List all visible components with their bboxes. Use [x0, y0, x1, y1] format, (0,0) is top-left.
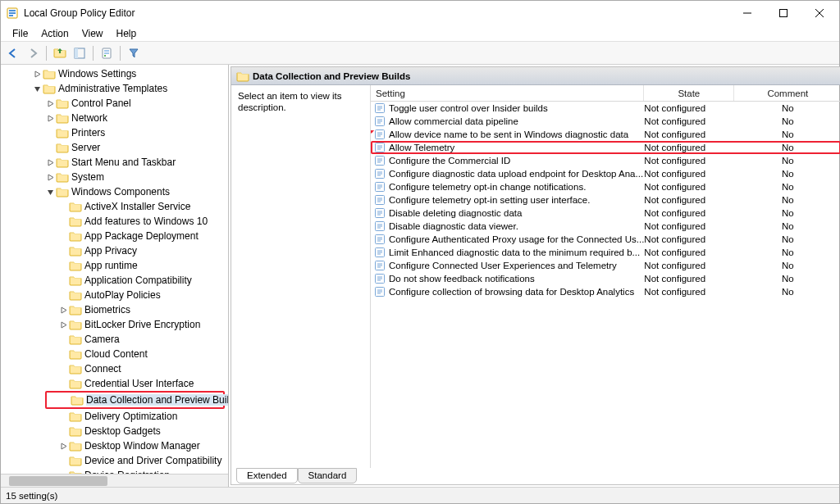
tree-item[interactable]: Camera: [1, 332, 228, 347]
tree-item[interactable]: App Package Deployment: [1, 229, 228, 243]
back-button[interactable]: [4, 44, 22, 62]
expand-icon[interactable]: [32, 69, 43, 79]
folder-icon: [56, 186, 69, 198]
up-level-button[interactable]: [51, 44, 69, 62]
tree-item[interactable]: Network: [1, 111, 228, 125]
setting-state: Not configured: [644, 221, 734, 231]
tree-item-label: System: [71, 171, 104, 183]
setting-name: Allow Telemetry: [389, 143, 644, 152]
settings-row[interactable]: Configure collection of browsing data fo…: [371, 285, 840, 298]
tree-view[interactable]: Windows SettingsAdministrative Templates…: [1, 65, 228, 474]
folder-icon: [69, 275, 82, 286]
tree-item[interactable]: Add features to Windows 10: [1, 214, 228, 229]
menu-file[interactable]: File: [6, 26, 34, 41]
forward-button[interactable]: [24, 44, 42, 62]
filter-button[interactable]: [125, 44, 143, 62]
titlebar: Local Group Policy Editor: [1, 1, 839, 25]
expand-icon[interactable]: [58, 320, 69, 330]
properties-button[interactable]: [98, 44, 116, 62]
folder-icon: [56, 127, 69, 138]
collapse-icon[interactable]: [32, 84, 43, 94]
settings-row[interactable]: Configure telemetry opt-in change notifi…: [371, 180, 840, 193]
settings-row[interactable]: Disable diagnostic data viewer.Not confi…: [371, 220, 840, 233]
tree-item[interactable]: Windows Components: [1, 184, 228, 199]
tree-item[interactable]: Windows Settings: [1, 66, 228, 81]
expand-icon[interactable]: [45, 172, 56, 183]
settings-row[interactable]: Allow TelemetryNot configuredNo: [371, 141, 840, 154]
tree-item[interactable]: Start Menu and Taskbar: [1, 155, 228, 170]
tree-item-label: Delivery Optimization: [84, 411, 177, 422]
tree-item[interactable]: Application Compatibility: [1, 273, 228, 288]
col-state[interactable]: State: [644, 85, 734, 101]
svg-rect-7: [9, 15, 13, 16]
setting-comment: No: [734, 169, 840, 179]
settings-row[interactable]: Disable deleting diagnostic dataNot conf…: [371, 207, 840, 220]
details-pane: Data Collection and Preview Builds Selec…: [229, 65, 840, 487]
settings-row[interactable]: Configure telemetry opt-in setting user …: [371, 193, 840, 207]
settings-row[interactable]: Configure the Commercial IDNot configure…: [371, 154, 840, 167]
settings-row[interactable]: Toggle user control over Insider buildsN…: [371, 102, 840, 115]
setting-comment: No: [734, 234, 840, 244]
tab-extended[interactable]: Extended: [236, 468, 298, 484]
tree-item[interactable]: Administrative Templates: [1, 81, 228, 96]
settings-row[interactable]: Configure Authenticated Proxy usage for …: [371, 233, 840, 246]
tree-item-label: AutoPlay Policies: [84, 289, 161, 301]
tree-item-label: Connect: [84, 363, 121, 375]
settings-row[interactable]: Allow commercial data pipelineNot config…: [371, 115, 840, 128]
group-header: Data Collection and Preview Builds: [231, 67, 840, 85]
folder-icon: [69, 411, 82, 422]
expand-icon[interactable]: [58, 305, 69, 316]
settings-row[interactable]: Configure diagnostic data upload endpoin…: [371, 167, 840, 180]
tree-item[interactable]: BitLocker Drive Encryption: [1, 317, 228, 332]
tree-item[interactable]: Data Collection and Preview Builds: [47, 393, 223, 407]
tree-item[interactable]: Device Registration: [1, 468, 228, 474]
settings-row[interactable]: Configure Connected User Experiences and…: [371, 259, 840, 272]
maximize-button[interactable]: [765, 2, 801, 25]
list-header[interactable]: Setting State Comment: [371, 85, 840, 102]
folder-icon: [43, 83, 56, 94]
tree-item[interactable]: AutoPlay Policies: [1, 288, 228, 302]
tree-item-label: Desktop Window Manager: [84, 440, 200, 452]
tree-item[interactable]: Delivery Optimization: [1, 409, 228, 424]
tree-item[interactable]: Cloud Content: [1, 347, 228, 361]
tree-item[interactable]: Connect: [1, 361, 228, 376]
tree-item[interactable]: Biometrics: [1, 302, 228, 317]
col-comment[interactable]: Comment: [734, 85, 840, 101]
tree-item[interactable]: App Privacy: [1, 243, 228, 258]
tree-item[interactable]: Desktop Gadgets: [1, 424, 228, 438]
tree-item[interactable]: Credential User Interface: [1, 376, 228, 391]
menu-help[interactable]: Help: [110, 26, 144, 41]
menu-action[interactable]: Action: [34, 26, 75, 41]
tree-item[interactable]: Printers: [1, 125, 228, 140]
settings-row[interactable]: Do not show feedback notificationsNot co…: [371, 272, 840, 285]
setting-name: Disable diagnostic data viewer.: [389, 221, 644, 231]
expand-icon[interactable]: [58, 441, 69, 452]
tree-item[interactable]: Control Panel: [1, 96, 228, 111]
list-body[interactable]: Toggle user control over Insider buildsN…: [371, 102, 840, 468]
setting-icon: [373, 194, 386, 206]
tree-item-label: Administrative Templates: [58, 83, 167, 94]
settings-row[interactable]: Limit Enhanced diagnostic data to the mi…: [371, 246, 840, 259]
tree-item[interactable]: Device and Driver Compatibility: [1, 453, 228, 468]
tree-horizontal-scrollbar[interactable]: [1, 474, 228, 487]
tree-item[interactable]: ActiveX Installer Service: [1, 199, 228, 214]
svg-point-17: [104, 55, 106, 57]
close-button[interactable]: [801, 2, 838, 25]
tree-item[interactable]: System: [1, 170, 228, 184]
description-prompt: Select an item to view its description.: [238, 91, 342, 112]
expand-icon[interactable]: [45, 157, 56, 168]
folder-icon: [69, 289, 82, 301]
setting-comment: No: [734, 116, 840, 126]
expand-icon[interactable]: [45, 98, 56, 109]
minimize-button[interactable]: [729, 2, 765, 25]
tab-standard[interactable]: Standard: [298, 468, 358, 484]
tree-item[interactable]: Server: [1, 140, 228, 155]
settings-row[interactable]: Allow device name to be sent in Windows …: [371, 128, 840, 141]
col-setting[interactable]: Setting: [371, 85, 644, 101]
show-hide-tree-button[interactable]: [71, 44, 89, 62]
expand-icon[interactable]: [45, 113, 56, 124]
menu-view[interactable]: View: [75, 26, 110, 41]
collapse-icon[interactable]: [45, 187, 56, 198]
tree-item[interactable]: Desktop Window Manager: [1, 438, 228, 453]
tree-item[interactable]: App runtime: [1, 258, 228, 273]
